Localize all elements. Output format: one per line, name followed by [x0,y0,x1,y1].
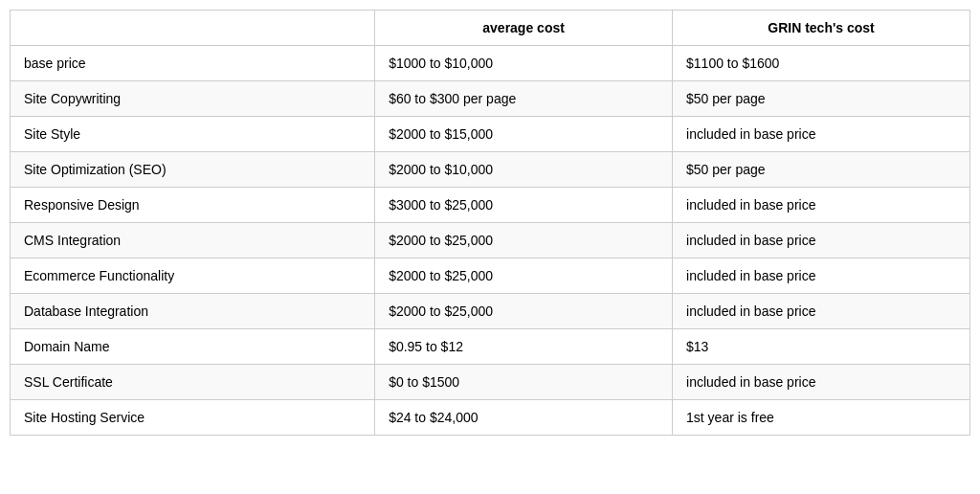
avg-cost-cell: $1000 to $10,000 [375,46,673,81]
table-row: Ecommerce Functionality$2000 to $25,000i… [11,258,970,294]
feature-cell: Site Hosting Service [11,400,375,436]
feature-cell: SSL Certificate [11,365,375,400]
header-grin-cost: GRIN tech's cost [673,11,970,46]
header-avg-cost: average cost [375,11,673,46]
table-header-row: average cost GRIN tech's cost [11,11,970,46]
feature-cell: base price [11,46,375,81]
avg-cost-cell: $60 to $300 per page [375,81,673,117]
table-row: Database Integration$2000 to $25,000incl… [11,294,970,329]
grin-cost-cell: included in base price [673,365,970,400]
avg-cost-cell: $2000 to $10,000 [375,152,673,188]
grin-cost-cell: $50 per page [673,81,970,117]
feature-cell: CMS Integration [11,223,375,258]
avg-cost-cell: $0.95 to $12 [375,329,673,365]
table-row: CMS Integration$2000 to $25,000included … [11,223,970,258]
pricing-table-wrapper: average cost GRIN tech's cost base price… [10,10,970,436]
feature-cell: Site Copywriting [11,81,375,117]
avg-cost-cell: $2000 to $15,000 [375,117,673,152]
avg-cost-cell: $2000 to $25,000 [375,258,673,294]
grin-cost-cell: included in base price [673,117,970,152]
table-row: SSL Certificate$0 to $1500included in ba… [11,365,970,400]
grin-cost-cell: $1100 to $1600 [673,46,970,81]
grin-cost-cell: included in base price [673,258,970,294]
avg-cost-cell: $0 to $1500 [375,365,673,400]
feature-cell: Site Style [11,117,375,152]
avg-cost-cell: $3000 to $25,000 [375,188,673,223]
header-feature [11,11,375,46]
table-row: Domain Name$0.95 to $12$13 [11,329,970,365]
table-row: Site Hosting Service$24 to $24,0001st ye… [11,400,970,436]
avg-cost-cell: $24 to $24,000 [375,400,673,436]
feature-cell: Domain Name [11,329,375,365]
grin-cost-cell: $50 per page [673,152,970,188]
avg-cost-cell: $2000 to $25,000 [375,294,673,329]
feature-cell: Database Integration [11,294,375,329]
table-row: Site Optimization (SEO)$2000 to $10,000$… [11,152,970,188]
feature-cell: Ecommerce Functionality [11,258,375,294]
table-row: base price$1000 to $10,000$1100 to $1600 [11,46,970,81]
grin-cost-cell: included in base price [673,223,970,258]
table-row: Responsive Design$3000 to $25,000include… [11,188,970,223]
grin-cost-cell: $13 [673,329,970,365]
grin-cost-cell: included in base price [673,188,970,223]
feature-cell: Responsive Design [11,188,375,223]
avg-cost-cell: $2000 to $25,000 [375,223,673,258]
grin-cost-cell: 1st year is free [673,400,970,436]
grin-cost-cell: included in base price [673,294,970,329]
table-row: Site Copywriting$60 to $300 per page$50 … [11,81,970,117]
pricing-table: average cost GRIN tech's cost base price… [10,10,970,436]
table-row: Site Style$2000 to $15,000included in ba… [11,117,970,152]
feature-cell: Site Optimization (SEO) [11,152,375,188]
